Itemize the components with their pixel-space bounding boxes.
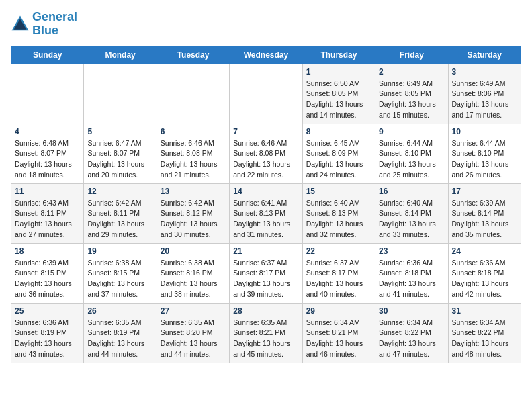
day-info: Sunrise: 6:39 AM Sunset: 8:15 PM Dayligh… [15, 258, 80, 300]
day-number: 9 [379, 127, 444, 136]
calendar-cell: 14Sunrise: 6:41 AM Sunset: 8:13 PM Dayli… [230, 183, 302, 243]
day-number: 13 [161, 187, 226, 196]
day-info: Sunrise: 6:36 AM Sunset: 8:19 PM Dayligh… [15, 318, 80, 360]
day-info: Sunrise: 6:35 AM Sunset: 8:21 PM Dayligh… [233, 318, 298, 360]
calendar-cell [157, 64, 229, 124]
calendar-week-3: 11Sunrise: 6:43 AM Sunset: 8:11 PM Dayli… [11, 183, 521, 243]
day-info: Sunrise: 6:39 AM Sunset: 8:14 PM Dayligh… [452, 198, 517, 240]
logo: General Blue [11, 11, 77, 38]
day-info: Sunrise: 6:41 AM Sunset: 8:13 PM Dayligh… [233, 198, 298, 240]
calendar-cell: 2Sunrise: 6:49 AM Sunset: 8:05 PM Daylig… [375, 64, 448, 124]
weekday-header-sunday: Sunday [11, 46, 84, 64]
calendar-cell: 1Sunrise: 6:50 AM Sunset: 8:05 PM Daylig… [302, 64, 375, 124]
day-number: 30 [379, 306, 444, 316]
day-info: Sunrise: 6:49 AM Sunset: 8:06 PM Dayligh… [452, 79, 517, 121]
day-number: 6 [161, 127, 226, 136]
day-number: 20 [161, 246, 226, 256]
day-number: 26 [87, 306, 152, 316]
calendar-cell [84, 64, 157, 124]
day-number: 10 [452, 127, 517, 136]
day-info: Sunrise: 6:40 AM Sunset: 8:14 PM Dayligh… [379, 198, 444, 240]
day-number: 7 [233, 127, 298, 136]
day-info: Sunrise: 6:34 AM Sunset: 8:22 PM Dayligh… [379, 318, 444, 360]
weekday-header-friday: Friday [375, 46, 448, 64]
day-info: Sunrise: 6:46 AM Sunset: 8:08 PM Dayligh… [161, 138, 226, 181]
page-header: General Blue [11, 11, 521, 38]
day-number: 29 [306, 306, 371, 316]
day-info: Sunrise: 6:36 AM Sunset: 8:18 PM Dayligh… [379, 258, 444, 300]
day-number: 1 [306, 67, 371, 77]
calendar-cell: 18Sunrise: 6:39 AM Sunset: 8:15 PM Dayli… [11, 243, 84, 303]
calendar-cell [230, 64, 302, 124]
calendar-cell: 21Sunrise: 6:37 AM Sunset: 8:17 PM Dayli… [230, 243, 302, 303]
day-info: Sunrise: 6:34 AM Sunset: 8:21 PM Dayligh… [306, 318, 371, 360]
day-number: 15 [306, 187, 371, 196]
calendar-cell: 15Sunrise: 6:40 AM Sunset: 8:13 PM Dayli… [302, 183, 375, 243]
day-number: 31 [452, 306, 517, 316]
weekday-header-thursday: Thursday [302, 46, 375, 64]
day-number: 24 [452, 246, 517, 256]
day-info: Sunrise: 6:48 AM Sunset: 8:07 PM Dayligh… [15, 138, 80, 181]
day-info: Sunrise: 6:40 AM Sunset: 8:13 PM Dayligh… [306, 198, 371, 240]
logo-icon [11, 15, 30, 34]
calendar-cell: 19Sunrise: 6:38 AM Sunset: 8:15 PM Dayli… [84, 243, 157, 303]
calendar-cell: 10Sunrise: 6:44 AM Sunset: 8:10 PM Dayli… [448, 124, 521, 183]
calendar-cell: 12Sunrise: 6:42 AM Sunset: 8:11 PM Dayli… [84, 183, 157, 243]
calendar-cell: 30Sunrise: 6:34 AM Sunset: 8:22 PM Dayli… [375, 303, 448, 363]
calendar-cell: 9Sunrise: 6:44 AM Sunset: 8:10 PM Daylig… [375, 124, 448, 183]
weekday-header-tuesday: Tuesday [157, 46, 229, 64]
calendar-cell: 7Sunrise: 6:46 AM Sunset: 8:08 PM Daylig… [230, 124, 302, 183]
day-info: Sunrise: 6:37 AM Sunset: 8:17 PM Dayligh… [233, 258, 298, 300]
weekday-header-monday: Monday [84, 46, 157, 64]
logo-text: General Blue [32, 11, 77, 38]
calendar-cell: 27Sunrise: 6:35 AM Sunset: 8:20 PM Dayli… [157, 303, 229, 363]
day-number: 8 [306, 127, 371, 136]
day-number: 12 [87, 187, 152, 196]
calendar-cell: 28Sunrise: 6:35 AM Sunset: 8:21 PM Dayli… [230, 303, 302, 363]
calendar-cell: 26Sunrise: 6:35 AM Sunset: 8:19 PM Dayli… [84, 303, 157, 363]
calendar-cell: 6Sunrise: 6:46 AM Sunset: 8:08 PM Daylig… [157, 124, 229, 183]
weekday-header-wednesday: Wednesday [230, 46, 302, 64]
day-number: 25 [15, 306, 80, 316]
calendar-week-1: 1Sunrise: 6:50 AM Sunset: 8:05 PM Daylig… [11, 64, 521, 124]
day-info: Sunrise: 6:45 AM Sunset: 8:09 PM Dayligh… [306, 138, 371, 181]
day-number: 3 [452, 67, 517, 77]
day-info: Sunrise: 6:34 AM Sunset: 8:22 PM Dayligh… [452, 318, 517, 360]
day-info: Sunrise: 6:42 AM Sunset: 8:11 PM Dayligh… [87, 198, 152, 240]
day-info: Sunrise: 6:44 AM Sunset: 8:10 PM Dayligh… [452, 138, 517, 181]
calendar-cell: 20Sunrise: 6:38 AM Sunset: 8:16 PM Dayli… [157, 243, 229, 303]
calendar-cell: 31Sunrise: 6:34 AM Sunset: 8:22 PM Dayli… [448, 303, 521, 363]
day-info: Sunrise: 6:44 AM Sunset: 8:10 PM Dayligh… [379, 138, 444, 181]
calendar-cell: 22Sunrise: 6:37 AM Sunset: 8:17 PM Dayli… [302, 243, 375, 303]
day-number: 23 [379, 246, 444, 256]
calendar-cell: 8Sunrise: 6:45 AM Sunset: 8:09 PM Daylig… [302, 124, 375, 183]
calendar-table: SundayMondayTuesdayWednesdayThursdayFrid… [11, 46, 521, 363]
day-info: Sunrise: 6:36 AM Sunset: 8:18 PM Dayligh… [452, 258, 517, 300]
day-number: 16 [379, 187, 444, 196]
day-info: Sunrise: 6:38 AM Sunset: 8:15 PM Dayligh… [87, 258, 152, 300]
day-info: Sunrise: 6:47 AM Sunset: 8:07 PM Dayligh… [87, 138, 152, 181]
calendar-cell: 4Sunrise: 6:48 AM Sunset: 8:07 PM Daylig… [11, 124, 84, 183]
day-info: Sunrise: 6:42 AM Sunset: 8:12 PM Dayligh… [161, 198, 226, 240]
calendar-cell: 3Sunrise: 6:49 AM Sunset: 8:06 PM Daylig… [448, 64, 521, 124]
day-number: 4 [15, 127, 80, 136]
day-info: Sunrise: 6:37 AM Sunset: 8:17 PM Dayligh… [306, 258, 371, 300]
day-info: Sunrise: 6:46 AM Sunset: 8:08 PM Dayligh… [233, 138, 298, 181]
calendar-cell: 11Sunrise: 6:43 AM Sunset: 8:11 PM Dayli… [11, 183, 84, 243]
day-number: 19 [87, 246, 152, 256]
day-info: Sunrise: 6:35 AM Sunset: 8:19 PM Dayligh… [87, 318, 152, 360]
calendar-cell: 16Sunrise: 6:40 AM Sunset: 8:14 PM Dayli… [375, 183, 448, 243]
calendar-week-5: 25Sunrise: 6:36 AM Sunset: 8:19 PM Dayli… [11, 303, 521, 363]
weekday-header-saturday: Saturday [448, 46, 521, 64]
day-number: 27 [161, 306, 226, 316]
calendar-week-2: 4Sunrise: 6:48 AM Sunset: 8:07 PM Daylig… [11, 124, 521, 183]
day-number: 11 [15, 187, 80, 196]
calendar-cell: 25Sunrise: 6:36 AM Sunset: 8:19 PM Dayli… [11, 303, 84, 363]
calendar-week-4: 18Sunrise: 6:39 AM Sunset: 8:15 PM Dayli… [11, 243, 521, 303]
calendar-cell [11, 64, 84, 124]
calendar-cell: 17Sunrise: 6:39 AM Sunset: 8:14 PM Dayli… [448, 183, 521, 243]
day-info: Sunrise: 6:43 AM Sunset: 8:11 PM Dayligh… [15, 198, 80, 240]
day-info: Sunrise: 6:35 AM Sunset: 8:20 PM Dayligh… [161, 318, 226, 360]
day-number: 17 [452, 187, 517, 196]
calendar-cell: 24Sunrise: 6:36 AM Sunset: 8:18 PM Dayli… [448, 243, 521, 303]
